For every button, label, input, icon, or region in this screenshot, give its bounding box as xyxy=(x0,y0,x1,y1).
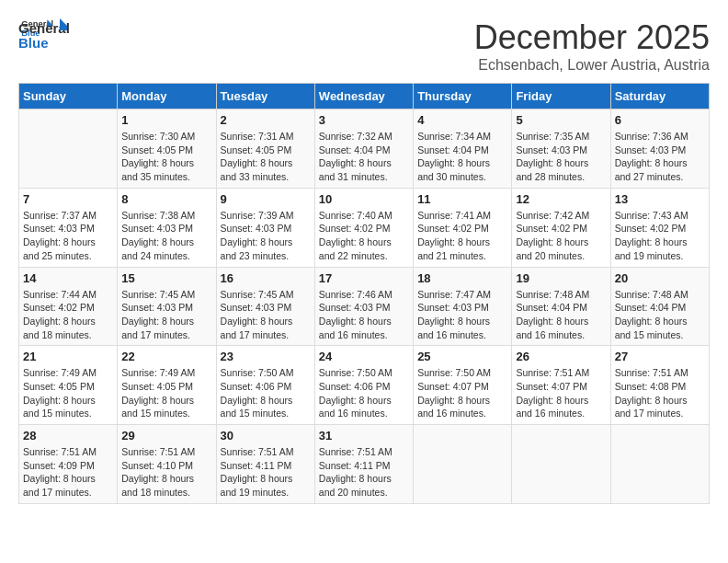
day-number: 4 xyxy=(417,113,507,127)
cell-detail: Sunrise: 7:39 AMSunset: 4:03 PMDaylight:… xyxy=(221,209,311,263)
day-number: 30 xyxy=(221,429,311,442)
cell-detail: Sunrise: 7:38 AMSunset: 4:03 PMDaylight:… xyxy=(121,209,211,263)
day-number: 23 xyxy=(221,350,311,363)
week-row-3: 14 Sunrise: 7:44 AMSunset: 4:02 PMDaylig… xyxy=(19,267,710,346)
calendar-cell: 25 Sunrise: 7:50 AMSunset: 4:07 PMDaylig… xyxy=(414,346,512,425)
day-number: 10 xyxy=(319,192,409,206)
cell-detail: Sunrise: 7:51 AMSunset: 4:08 PMDaylight:… xyxy=(615,366,705,420)
calendar-table: SundayMondayTuesdayWednesdayThursdayFrid… xyxy=(18,83,710,504)
cell-detail: Sunrise: 7:51 AMSunset: 4:11 PMDaylight:… xyxy=(319,445,409,500)
cell-detail: Sunrise: 7:49 AMSunset: 4:05 PMDaylight:… xyxy=(23,366,113,420)
page-header: General Blue December 2025 Echsenbach, L… xyxy=(18,18,710,74)
cell-detail: Sunrise: 7:32 AMSunset: 4:04 PMDaylight:… xyxy=(319,130,409,184)
title-block: December 2025 Echsenbach, Lower Austria,… xyxy=(474,18,710,74)
logo-svg: General Blue xyxy=(18,18,69,55)
calendar-cell: 30 Sunrise: 7:51 AMSunset: 4:11 PMDaylig… xyxy=(216,425,314,504)
calendar-cell: 9 Sunrise: 7:39 AMSunset: 4:03 PMDayligh… xyxy=(216,188,314,267)
cell-detail: Sunrise: 7:34 AMSunset: 4:04 PMDaylight:… xyxy=(417,130,507,184)
calendar-cell: 31 Sunrise: 7:51 AMSunset: 4:11 PMDaylig… xyxy=(314,425,413,504)
cell-detail: Sunrise: 7:51 AMSunset: 4:07 PMDaylight:… xyxy=(516,366,606,420)
calendar-cell: 6 Sunrise: 7:36 AMSunset: 4:03 PMDayligh… xyxy=(610,109,709,189)
calendar-cell: 11 Sunrise: 7:41 AMSunset: 4:02 PMDaylig… xyxy=(414,188,512,267)
calendar-cell: 18 Sunrise: 7:47 AMSunset: 4:03 PMDaylig… xyxy=(414,267,512,346)
week-row-4: 21 Sunrise: 7:49 AMSunset: 4:05 PMDaylig… xyxy=(19,346,710,425)
logo-block: General Blue xyxy=(18,18,69,55)
calendar-cell xyxy=(19,109,118,189)
day-number: 17 xyxy=(319,271,409,285)
calendar-cell: 14 Sunrise: 7:44 AMSunset: 4:02 PMDaylig… xyxy=(19,267,118,346)
day-number: 31 xyxy=(319,429,409,442)
day-number: 27 xyxy=(615,350,705,363)
calendar-cell: 27 Sunrise: 7:51 AMSunset: 4:08 PMDaylig… xyxy=(610,346,709,425)
location-title: Echsenbach, Lower Austria, Austria xyxy=(474,57,710,74)
cell-detail: Sunrise: 7:41 AMSunset: 4:02 PMDaylight:… xyxy=(417,209,507,263)
calendar-cell: 24 Sunrise: 7:50 AMSunset: 4:06 PMDaylig… xyxy=(314,346,413,425)
day-number: 24 xyxy=(319,350,409,363)
cell-detail: Sunrise: 7:50 AMSunset: 4:06 PMDaylight:… xyxy=(319,366,409,420)
calendar-cell: 15 Sunrise: 7:45 AMSunset: 4:03 PMDaylig… xyxy=(118,267,216,346)
cell-detail: Sunrise: 7:46 AMSunset: 4:03 PMDaylight:… xyxy=(319,288,409,342)
calendar-cell: 5 Sunrise: 7:35 AMSunset: 4:03 PMDayligh… xyxy=(512,109,610,189)
svg-rect-7 xyxy=(60,26,67,30)
weekday-header-saturday: Saturday xyxy=(610,84,709,109)
cell-detail: Sunrise: 7:50 AMSunset: 4:07 PMDaylight:… xyxy=(417,366,507,420)
day-number: 7 xyxy=(23,192,113,206)
cell-detail: Sunrise: 7:50 AMSunset: 4:06 PMDaylight:… xyxy=(221,366,311,420)
day-number: 8 xyxy=(121,192,211,206)
cell-detail: Sunrise: 7:51 AMSunset: 4:10 PMDaylight:… xyxy=(121,445,211,500)
svg-text:Blue: Blue xyxy=(18,35,49,51)
day-number: 2 xyxy=(221,113,311,127)
calendar-cell: 3 Sunrise: 7:32 AMSunset: 4:04 PMDayligh… xyxy=(314,109,413,189)
day-number: 26 xyxy=(516,350,606,363)
day-number: 14 xyxy=(23,271,113,285)
day-number: 6 xyxy=(615,113,705,127)
cell-detail: Sunrise: 7:51 AMSunset: 4:11 PMDaylight:… xyxy=(221,445,311,500)
cell-detail: Sunrise: 7:44 AMSunset: 4:02 PMDaylight:… xyxy=(23,288,113,342)
day-number: 22 xyxy=(121,350,211,363)
day-number: 20 xyxy=(615,271,705,285)
calendar-cell: 28 Sunrise: 7:51 AMSunset: 4:09 PMDaylig… xyxy=(19,425,118,504)
calendar-cell: 19 Sunrise: 7:48 AMSunset: 4:04 PMDaylig… xyxy=(512,267,610,346)
cell-detail: Sunrise: 7:47 AMSunset: 4:03 PMDaylight:… xyxy=(417,288,507,342)
week-row-1: 1 Sunrise: 7:30 AMSunset: 4:05 PMDayligh… xyxy=(19,109,710,189)
day-number: 25 xyxy=(417,350,507,363)
cell-detail: Sunrise: 7:48 AMSunset: 4:04 PMDaylight:… xyxy=(516,288,606,342)
cell-detail: Sunrise: 7:45 AMSunset: 4:03 PMDaylight:… xyxy=(221,288,311,342)
weekday-header-tuesday: Tuesday xyxy=(216,84,314,109)
calendar-cell: 8 Sunrise: 7:38 AMSunset: 4:03 PMDayligh… xyxy=(118,188,216,267)
calendar-cell: 17 Sunrise: 7:46 AMSunset: 4:03 PMDaylig… xyxy=(314,267,413,346)
calendar-cell: 21 Sunrise: 7:49 AMSunset: 4:05 PMDaylig… xyxy=(19,346,118,425)
day-number: 16 xyxy=(221,271,311,285)
month-title: December 2025 xyxy=(474,18,710,57)
calendar-cell: 22 Sunrise: 7:49 AMSunset: 4:05 PMDaylig… xyxy=(118,346,216,425)
weekday-header-sunday: Sunday xyxy=(19,84,118,109)
calendar-cell: 29 Sunrise: 7:51 AMSunset: 4:10 PMDaylig… xyxy=(118,425,216,504)
calendar-cell xyxy=(610,425,709,504)
calendar-cell: 16 Sunrise: 7:45 AMSunset: 4:03 PMDaylig… xyxy=(216,267,314,346)
weekday-header-thursday: Thursday xyxy=(414,84,512,109)
day-number: 9 xyxy=(221,192,311,206)
day-number: 13 xyxy=(615,192,705,206)
weekday-header-row: SundayMondayTuesdayWednesdayThursdayFrid… xyxy=(19,84,710,109)
cell-detail: Sunrise: 7:42 AMSunset: 4:02 PMDaylight:… xyxy=(516,209,606,263)
cell-detail: Sunrise: 7:35 AMSunset: 4:03 PMDaylight:… xyxy=(516,130,606,184)
cell-detail: Sunrise: 7:43 AMSunset: 4:02 PMDaylight:… xyxy=(615,209,705,263)
weekday-header-wednesday: Wednesday xyxy=(314,84,413,109)
day-number: 12 xyxy=(516,192,606,206)
calendar-cell: 13 Sunrise: 7:43 AMSunset: 4:02 PMDaylig… xyxy=(610,188,709,267)
day-number: 29 xyxy=(121,429,211,442)
calendar-cell: 10 Sunrise: 7:40 AMSunset: 4:02 PMDaylig… xyxy=(314,188,413,267)
calendar-cell: 7 Sunrise: 7:37 AMSunset: 4:03 PMDayligh… xyxy=(19,188,118,267)
calendar-cell xyxy=(512,425,610,504)
calendar-cell: 12 Sunrise: 7:42 AMSunset: 4:02 PMDaylig… xyxy=(512,188,610,267)
calendar-cell: 4 Sunrise: 7:34 AMSunset: 4:04 PMDayligh… xyxy=(414,109,512,189)
calendar-cell: 1 Sunrise: 7:30 AMSunset: 4:05 PMDayligh… xyxy=(118,109,216,189)
week-row-5: 28 Sunrise: 7:51 AMSunset: 4:09 PMDaylig… xyxy=(19,425,710,504)
day-number: 15 xyxy=(121,271,211,285)
week-row-2: 7 Sunrise: 7:37 AMSunset: 4:03 PMDayligh… xyxy=(19,188,710,267)
day-number: 5 xyxy=(516,113,606,127)
weekday-header-friday: Friday xyxy=(512,84,610,109)
cell-detail: Sunrise: 7:48 AMSunset: 4:04 PMDaylight:… xyxy=(615,288,705,342)
day-number: 21 xyxy=(23,350,113,363)
day-number: 3 xyxy=(319,113,409,127)
